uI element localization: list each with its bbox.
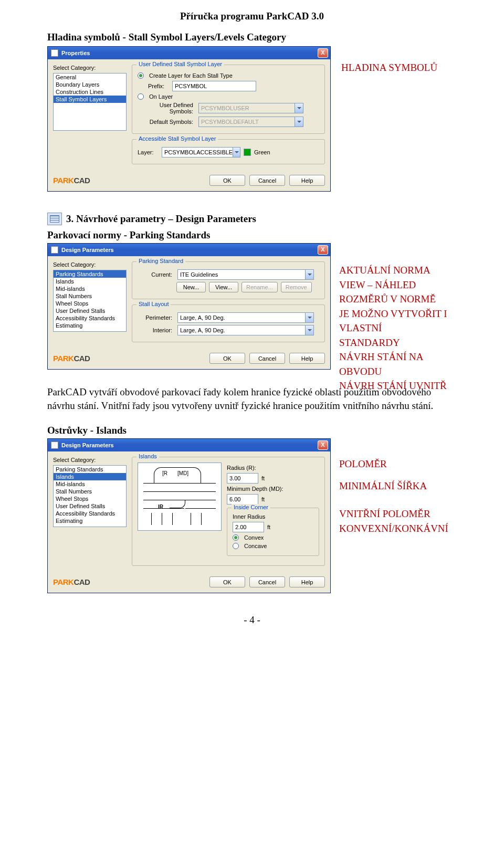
close-icon[interactable]: X	[318, 245, 328, 255]
md-input[interactable]	[227, 494, 258, 505]
section2-num: 3.	[66, 213, 74, 224]
radio-concave-label: Concave	[244, 543, 267, 549]
list-item[interactable]: Stall Symbol Layers	[54, 96, 126, 103]
interior-combo[interactable]: Large, A, 90 Deg.	[177, 325, 314, 335]
radio-convex[interactable]	[233, 534, 239, 541]
annotation-design-params: AKTUÁLNÍ NORMA VIEW – NÁHLED ROZMĚRŮ V N…	[339, 263, 457, 393]
cancel-button[interactable]: Cancel	[249, 175, 285, 186]
radio-convex-label: Convex	[244, 534, 264, 541]
radio-create-layer[interactable]	[138, 72, 144, 79]
list-item[interactable]: Stall Numbers	[54, 292, 126, 300]
combo-value: ITE Guidelines	[180, 271, 218, 278]
annot-line: VNITŘNÍ POLOMĚR	[339, 507, 448, 521]
help-button[interactable]: Help	[289, 353, 325, 364]
group-legend: Islands	[136, 453, 159, 459]
radio-on-layer[interactable]	[138, 93, 144, 100]
ok-button[interactable]: OK	[209, 353, 245, 364]
diag-R: R	[164, 470, 167, 476]
annot-line: MINIMÁLNÍ ŠÍŘKA	[339, 479, 448, 493]
close-icon[interactable]: X	[318, 440, 328, 450]
doc-header: Příručka programu ParkCAD 3.0	[47, 10, 457, 22]
default-symbols-combo: PCSYMBOLDEFAULT	[198, 117, 303, 127]
list-item[interactable]: Accessibility Standards	[54, 314, 126, 322]
page-number: - 4 -	[47, 614, 457, 626]
annot-line: KONVEXNÍ/KONKÁVNÍ	[339, 521, 448, 536]
default-symbols-label: Default Symbols:	[138, 119, 195, 125]
cancel-button[interactable]: Cancel	[249, 576, 285, 587]
list-item[interactable]: Wheel Stops	[54, 495, 126, 502]
perimeter-combo[interactable]: Large, A, 90 Deg.	[177, 312, 314, 323]
close-icon[interactable]: X	[318, 48, 328, 58]
design-params-icon	[47, 213, 62, 225]
list-item[interactable]: Boundary Layers	[54, 81, 126, 88]
dialog-title: Properties	[61, 50, 90, 56]
sub-parking-standards: Parkovací normy - Parking Standards	[47, 229, 457, 241]
chevron-down-icon[interactable]	[233, 148, 240, 157]
diag-MD: MD	[179, 470, 187, 476]
radio-concave[interactable]	[233, 543, 239, 549]
user-symbols-combo: PCSYMBOLUSER	[198, 103, 303, 113]
annot-line: NÁVRH STÁNÍ UVNITŘ	[339, 379, 457, 393]
annot-line: STANDARDY	[339, 335, 457, 350]
category-listbox[interactable]: General Boundary Layers Construction Lin…	[53, 73, 127, 131]
prefix-label: Prefix:	[148, 83, 169, 89]
ok-button[interactable]: OK	[209, 175, 245, 186]
app-icon	[51, 442, 58, 449]
new-button[interactable]: New...	[176, 282, 206, 292]
list-item[interactable]: Construction Lines	[54, 88, 126, 96]
prefix-input[interactable]	[172, 81, 256, 91]
list-item[interactable]: Mid-islands	[54, 285, 126, 292]
list-item[interactable]: Parking Standards	[54, 270, 126, 278]
category-listbox[interactable]: Parking Standards Islands Mid-islands St…	[53, 270, 127, 332]
list-item[interactable]: Parking Standards	[54, 466, 126, 473]
inner-radius-label: Inner Radius	[233, 513, 313, 520]
parkcad-logo: PARKCAD	[53, 176, 90, 185]
chevron-down-icon[interactable]	[305, 270, 313, 279]
help-button[interactable]: Help	[289, 576, 325, 587]
radius-input[interactable]	[227, 473, 258, 484]
inner-radius-input[interactable]	[233, 522, 264, 532]
layer-combo[interactable]: PCSYMBOLACCESSIBLE	[162, 147, 240, 157]
group-legend: Parking Standard	[136, 258, 185, 264]
help-button[interactable]: Help	[289, 175, 325, 186]
list-item[interactable]: User Defined Stalls	[54, 307, 126, 314]
list-item[interactable]: Estimating	[54, 517, 126, 524]
app-icon	[51, 246, 58, 254]
list-item[interactable]: Estimating	[54, 322, 126, 329]
annot-line: VIEW – NÁHLED ROZMĚRŮ V NORMĚ	[339, 278, 457, 307]
list-item[interactable]: Stall Numbers	[54, 488, 126, 495]
parkcad-logo: PARKCAD	[53, 354, 90, 363]
remove-button: Remove	[281, 282, 312, 292]
titlebar: Design Parameters X	[48, 244, 330, 256]
cancel-button[interactable]: Cancel	[249, 353, 285, 364]
ok-button[interactable]: OK	[209, 576, 245, 587]
list-item[interactable]: User Defined Stalls	[54, 502, 126, 510]
chevron-down-icon	[295, 103, 303, 113]
list-item[interactable]: Islands	[54, 278, 126, 285]
list-item[interactable]: Mid-islands	[54, 480, 126, 488]
titlebar: Design Parameters X	[48, 439, 330, 451]
current-label: Current:	[138, 271, 174, 278]
view-button[interactable]: View...	[209, 282, 238, 292]
properties-dialog: Properties X Select Category: General Bo…	[47, 46, 331, 192]
chevron-down-icon[interactable]	[305, 313, 313, 322]
chevron-down-icon[interactable]	[305, 325, 313, 335]
current-standard-combo[interactable]: ITE Guidelines	[177, 269, 314, 280]
combo-value: PCSYMBOLDEFAULT	[201, 119, 259, 125]
annot-line: POLOMĚR	[339, 457, 448, 471]
chevron-down-icon	[295, 117, 303, 127]
user-defined-group: User Defined Stall Symbol Layer Create L…	[132, 65, 325, 134]
color-swatch[interactable]	[244, 149, 251, 156]
list-item[interactable]: Accessibility Standards	[54, 510, 126, 517]
select-category-label: Select Category:	[53, 65, 127, 71]
diag-IR: IR	[158, 504, 163, 510]
list-item[interactable]: Islands	[54, 473, 126, 480]
annot-line: JE MOŽNO VYTVOŘIT I VLASTNÍ	[339, 307, 457, 335]
group-legend: Stall Layout	[136, 301, 171, 307]
parkcad-logo: PARKCAD	[53, 577, 90, 586]
design-parameters-dialog-2: Design Parameters X Select Category: Par…	[47, 438, 331, 593]
list-item[interactable]: Wheel Stops	[54, 300, 126, 307]
list-item[interactable]: General	[54, 73, 126, 81]
dialog-title: Design Parameters	[61, 442, 114, 448]
category-listbox[interactable]: Parking Standards Islands Mid-islands St…	[53, 465, 127, 527]
